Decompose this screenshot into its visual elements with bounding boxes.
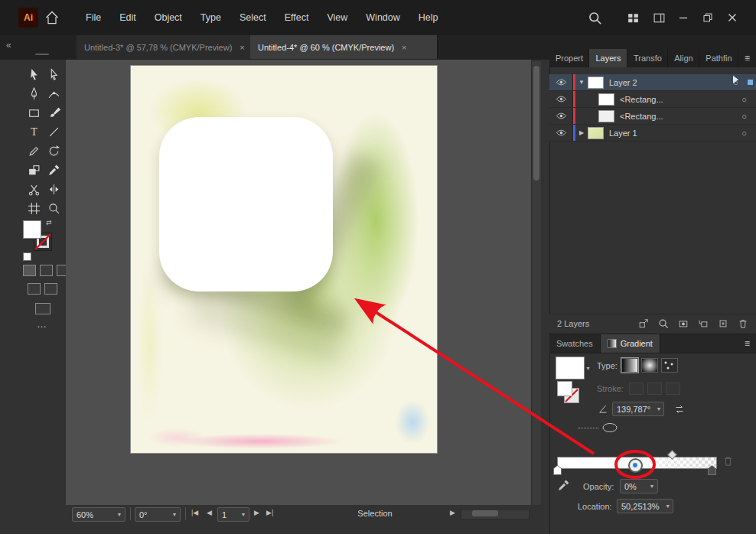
direct-selection-tool[interactable] — [44, 66, 63, 83]
gradient-stop-right[interactable] — [708, 465, 716, 475]
menu-select[interactable]: Select — [230, 12, 275, 23]
layer-name[interactable]: Layer 2 — [609, 78, 637, 87]
layer-thumbnail[interactable] — [588, 127, 604, 139]
artboard-number-dropdown[interactable]: 1 ▼ — [217, 507, 249, 522]
gradient-eyedropper-icon[interactable] — [557, 479, 570, 492]
rotate-tool[interactable] — [44, 142, 63, 159]
menu-edit[interactable]: Edit — [110, 12, 145, 23]
document-tab-untitled4[interactable]: Untitled-4* @ 60 % (CMYK/Preview) × — [250, 35, 438, 59]
layer-name[interactable]: Layer 1 — [609, 129, 637, 138]
collapse-toolbar-icon[interactable]: « — [6, 40, 11, 50]
visibility-toggle[interactable] — [549, 91, 573, 107]
last-artboard-icon[interactable]: ▶| — [266, 509, 273, 516]
pen-tool[interactable] — [24, 85, 43, 102]
gradient-annotator-ellipse-icon[interactable] — [601, 422, 619, 434]
menu-file[interactable]: File — [77, 12, 110, 23]
tab-pathfinder[interactable]: Pathfin — [699, 49, 738, 67]
vertical-scrollbar-thumb[interactable] — [533, 66, 539, 181]
freeform-gradient-button[interactable] — [661, 358, 678, 373]
paintbrush-tool[interactable] — [44, 104, 63, 121]
canvas-area[interactable] — [66, 60, 531, 505]
close-button[interactable] — [721, 0, 744, 35]
radial-gradient-button[interactable] — [641, 358, 658, 373]
curvature-tool[interactable] — [44, 85, 63, 102]
default-swatches-icon[interactable] — [23, 252, 31, 261]
layer-row-rectangle2[interactable]: <Rectang... ○ — [549, 108, 756, 125]
zoom-dropdown[interactable]: 60% ▼ — [72, 507, 125, 522]
swap-fill-stroke-icon[interactable]: ⇄ — [46, 219, 52, 226]
object-name[interactable]: <Rectang... — [620, 112, 663, 121]
panel-flyout-arrow-icon[interactable] — [733, 76, 738, 83]
location-dropdown[interactable]: 50,2513% ▼ — [617, 499, 673, 513]
expander-icon[interactable]: ▼ — [575, 79, 588, 86]
tab-swatches[interactable]: Swatches — [549, 334, 601, 353]
gradient-preview-swatch[interactable] — [556, 357, 585, 379]
menu-help[interactable]: Help — [409, 12, 448, 23]
rotation-dropdown[interactable]: 0° ▼ — [135, 507, 181, 522]
reverse-gradient-icon[interactable] — [673, 403, 686, 415]
fill-swatch[interactable] — [23, 220, 41, 239]
stroke-gradient-within-button[interactable] — [629, 383, 644, 395]
gradient-fill-proxy[interactable] — [557, 381, 572, 396]
target-icon[interactable]: ○ — [741, 112, 747, 121]
visibility-toggle[interactable] — [549, 74, 573, 90]
layer-row-rectangle1[interactable]: <Rectang... ○ — [549, 91, 756, 108]
visibility-toggle[interactable] — [549, 108, 573, 124]
draw-behind-button[interactable] — [40, 265, 53, 276]
horizontal-scrollbar-thumb[interactable] — [472, 510, 498, 516]
type-tool[interactable] — [24, 123, 43, 140]
visibility-toggle[interactable] — [549, 125, 573, 141]
make-clipping-mask-icon[interactable] — [678, 318, 689, 329]
first-artboard-icon[interactable]: |◀ — [191, 509, 198, 516]
shape-builder-tool[interactable] — [24, 161, 43, 178]
line-segment-tool[interactable] — [44, 123, 63, 140]
maximize-restore-button[interactable] — [696, 0, 719, 35]
menu-type[interactable]: Type — [191, 12, 230, 23]
angle-dropdown[interactable]: 139,787° ▼ — [612, 402, 664, 416]
delete-stop-icon[interactable] — [722, 455, 734, 467]
tab-transform[interactable]: Transfo — [627, 49, 668, 67]
tab-close-icon[interactable]: × — [240, 43, 244, 52]
home-icon[interactable] — [44, 10, 60, 25]
target-icon[interactable]: ○ — [741, 129, 747, 138]
status-panel-arrow-icon[interactable]: ▶ — [450, 509, 455, 516]
tab-close-icon[interactable]: × — [402, 43, 406, 52]
layer-row-layer2[interactable]: ▼ Layer 2 ○ — [549, 74, 756, 91]
selection-tool[interactable] — [24, 66, 43, 83]
toolbar-grip[interactable] — [35, 54, 49, 55]
target-icon[interactable]: ○ — [741, 95, 747, 104]
new-layer-icon[interactable] — [718, 318, 728, 329]
layer-thumbnail[interactable] — [588, 77, 604, 89]
locate-object-icon[interactable] — [658, 318, 669, 329]
object-thumbnail[interactable] — [598, 110, 614, 122]
rectangle-tool[interactable] — [24, 104, 43, 121]
horizontal-scrollbar[interactable] — [461, 509, 530, 519]
document-arrange-icon[interactable] — [647, 0, 670, 35]
zoom-tool[interactable] — [44, 200, 63, 217]
tab-align[interactable]: Align — [668, 49, 699, 67]
gradient-stop-selected[interactable] — [628, 458, 643, 473]
new-sublayer-icon[interactable] — [698, 318, 709, 329]
menu-effect[interactable]: Effect — [275, 12, 318, 23]
scissors-tool[interactable] — [24, 181, 43, 197]
stroke-gradient-across-button[interactable] — [666, 383, 680, 395]
tab-gradient[interactable]: Gradient — [601, 334, 660, 353]
tab-layers[interactable]: Layers — [589, 49, 627, 67]
workspace-switcher-icon[interactable] — [621, 0, 644, 35]
delete-layer-icon[interactable] — [738, 318, 748, 329]
menu-window[interactable]: Window — [357, 12, 409, 23]
artboard-tool[interactable] — [24, 200, 43, 217]
vertical-scrollbar[interactable] — [531, 61, 541, 505]
panel-menu-icon[interactable]: ≡ — [738, 49, 756, 67]
screen-mode-button[interactable] — [35, 303, 51, 314]
previous-artboard-icon[interactable]: ◀ — [207, 509, 212, 516]
pencil-tool[interactable] — [24, 142, 43, 159]
layer-row-layer1[interactable]: ▶ Layer 1 ○ — [549, 125, 756, 142]
shape-mode-button-2[interactable] — [44, 283, 57, 295]
menu-object[interactable]: Object — [145, 12, 191, 23]
tab-properties[interactable]: Propert — [549, 49, 589, 67]
minimize-button[interactable] — [672, 0, 695, 35]
chevron-down-icon[interactable]: ▼ — [585, 366, 591, 371]
panel-menu-icon[interactable]: ≡ — [738, 334, 756, 353]
width-tool[interactable] — [44, 181, 63, 197]
